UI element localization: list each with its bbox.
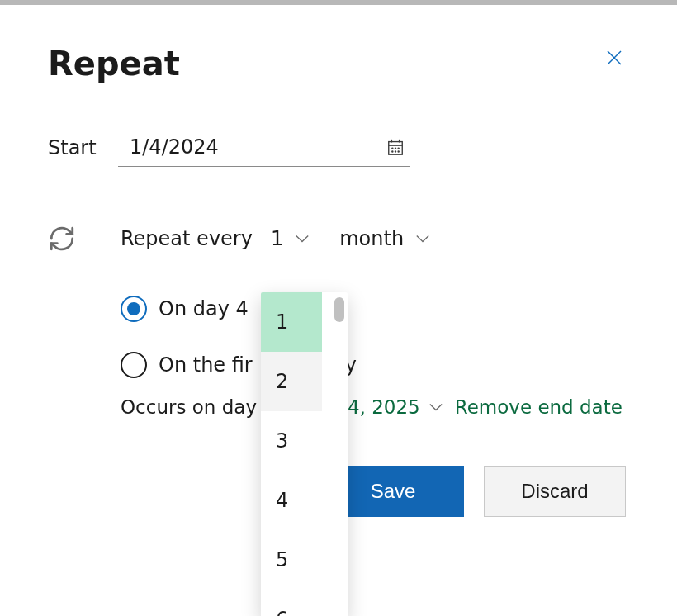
interval-value: 1 xyxy=(271,227,283,250)
svg-point-11 xyxy=(398,150,399,151)
calendar-icon[interactable] xyxy=(386,138,405,156)
start-row: Start 1/4/2024 xyxy=(48,129,629,167)
svg-point-7 xyxy=(395,148,395,149)
unit-value: month xyxy=(339,227,404,250)
dropdown-option[interactable]: 4 xyxy=(261,471,322,530)
repeat-every-label: Repeat every xyxy=(121,227,253,250)
discard-button[interactable]: Discard xyxy=(484,466,626,517)
dropdown-option[interactable]: 5 xyxy=(261,530,322,590)
svg-point-10 xyxy=(395,150,395,151)
until-date-dropdown[interactable]: 4, 2025 xyxy=(348,396,443,418)
unit-dropdown[interactable]: month xyxy=(339,227,430,250)
radio-icon xyxy=(121,296,147,322)
occurs-prefix: Occurs on day 4 xyxy=(121,396,275,418)
repeat-icon xyxy=(48,225,76,253)
dialog-buttons: Save Discard xyxy=(121,466,629,517)
dialog-title: Repeat xyxy=(48,45,629,83)
svg-point-6 xyxy=(392,148,393,149)
repeat-row: Repeat every 1 month xyxy=(48,225,629,253)
dropdown-option[interactable]: 3 xyxy=(261,411,322,471)
chevron-down-icon xyxy=(295,234,310,244)
start-label: Start xyxy=(48,136,118,159)
dropdown-list: 1 2 3 4 5 6 xyxy=(261,292,322,616)
dropdown-option[interactable]: 2 xyxy=(261,352,322,411)
dropdown-option[interactable]: 1 xyxy=(261,292,322,352)
close-button[interactable] xyxy=(599,45,629,74)
start-date-input[interactable]: 1/4/2024 xyxy=(118,129,410,167)
interval-dropdown[interactable]: 1 xyxy=(271,227,310,250)
repeat-options: On day 4 On the fir day xyxy=(121,281,629,393)
radio-icon xyxy=(121,352,147,378)
until-date-value: 4, 2025 xyxy=(348,396,420,418)
radio-on-day[interactable]: On day 4 xyxy=(121,281,629,337)
remove-end-date-link[interactable]: Remove end date xyxy=(455,396,623,418)
occurs-summary: Occurs on day 4 4, 2025 Remove end date xyxy=(121,396,629,418)
scrollbar-thumb[interactable] xyxy=(334,297,344,322)
radio-on-first-label: On the fir xyxy=(159,353,253,377)
dropdown-option[interactable]: 6 xyxy=(261,590,322,616)
svg-point-9 xyxy=(392,150,393,151)
svg-point-8 xyxy=(398,148,399,149)
chevron-down-icon xyxy=(415,234,430,244)
interval-dropdown-listbox[interactable]: 1 2 3 4 5 6 xyxy=(261,292,348,616)
close-icon xyxy=(604,48,624,71)
start-date-value: 1/4/2024 xyxy=(130,135,219,159)
chevron-down-icon xyxy=(428,402,443,412)
radio-on-day-label: On day 4 xyxy=(159,297,249,320)
scrollbar-track[interactable] xyxy=(333,296,346,609)
radio-on-first[interactable]: On the fir day xyxy=(121,337,629,393)
